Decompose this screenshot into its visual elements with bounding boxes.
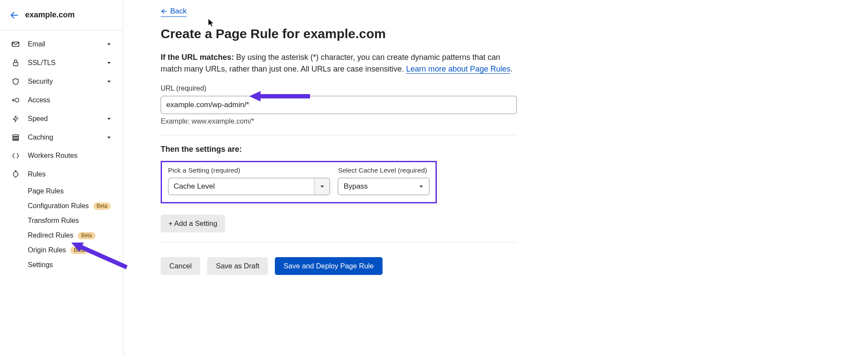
svg-marker-24 xyxy=(320,186,324,188)
sidebar-item-security[interactable]: Security xyxy=(0,72,123,91)
mail-icon xyxy=(11,40,20,49)
svg-marker-19 xyxy=(107,137,111,139)
cache-level-select[interactable]: Bypass xyxy=(338,178,429,195)
sidebar-item-email[interactable]: Email xyxy=(0,35,123,54)
action-bar: Cancel Save as Draft Save and Deploy Pag… xyxy=(161,257,517,275)
sidebar-item-workers[interactable]: Workers Routes xyxy=(0,147,123,165)
shield-icon xyxy=(11,77,20,86)
svg-rect-16 xyxy=(13,135,19,137)
sidebar-item-label: Caching xyxy=(28,134,53,141)
svg-marker-10 xyxy=(107,62,111,64)
svg-marker-15 xyxy=(107,118,111,120)
lock-icon xyxy=(11,59,20,67)
chevron-down-icon xyxy=(106,79,112,84)
chevron-down-icon xyxy=(106,135,112,140)
subnav-redirect-rules[interactable]: Redirect Rules Beta xyxy=(28,228,123,243)
setting-row-highlight: Pick a Setting (required) Cache Level Se… xyxy=(161,161,437,203)
sidebar-item-speed[interactable]: Speed xyxy=(0,109,123,128)
chevron-down-icon xyxy=(413,184,429,189)
svg-marker-14 xyxy=(13,116,18,121)
divider xyxy=(161,242,517,242)
svg-marker-26 xyxy=(208,19,213,26)
chevron-down-icon xyxy=(106,60,112,65)
sidebar-nav: DNS Email SSL/TLS xyxy=(0,30,123,272)
svg-marker-11 xyxy=(107,81,111,83)
beta-badge: Beta xyxy=(70,247,88,254)
subnav-config-rules[interactable]: Configuration Rules Beta xyxy=(28,199,123,213)
rules-icon xyxy=(11,170,20,179)
workers-icon xyxy=(11,152,20,160)
mouse-cursor-icon xyxy=(208,19,215,27)
sidebar-header: example.com xyxy=(0,0,123,30)
sidebar-item-label: Rules xyxy=(28,170,46,178)
svg-rect-17 xyxy=(13,137,19,139)
chevron-down-icon xyxy=(106,42,112,47)
stack-icon xyxy=(11,134,20,141)
sidebar-item-caching[interactable]: Caching xyxy=(0,128,123,147)
divider xyxy=(161,135,517,135)
bolt-icon xyxy=(11,114,20,123)
svg-marker-25 xyxy=(419,186,423,188)
sidebar-item-label: Speed xyxy=(28,115,48,123)
subnav-origin-rules[interactable]: Origin Rules Beta xyxy=(28,243,123,258)
chevron-down-icon xyxy=(106,116,112,121)
sidebar-item-label: Access xyxy=(28,96,50,104)
sidebar-item-label: Workers Routes xyxy=(28,152,77,160)
sidebar: example.com DNS Email xyxy=(0,0,123,356)
subnav-settings[interactable]: Settings xyxy=(28,258,123,272)
svg-rect-18 xyxy=(13,140,19,140)
pick-setting-label: Pick a Setting (required) xyxy=(168,167,330,174)
beta-badge: Beta xyxy=(78,232,96,239)
subnav-page-rules[interactable]: Page Rules xyxy=(28,184,123,199)
pick-setting-select[interactable]: Cache Level xyxy=(168,178,330,195)
sidebar-item-access[interactable]: Access xyxy=(0,91,123,109)
settings-heading: Then the settings are: xyxy=(161,145,517,154)
main-content: Back Create a Page Rule for example.com … xyxy=(123,0,868,356)
add-setting-button[interactable]: + Add a Setting xyxy=(161,215,225,232)
svg-marker-20 xyxy=(13,171,18,177)
svg-point-12 xyxy=(15,98,19,102)
sidebar-item-label: Email xyxy=(28,40,45,48)
grid-icon xyxy=(11,30,19,31)
learn-more-link[interactable]: Learn more about Page Rules xyxy=(406,65,510,74)
url-input[interactable] xyxy=(161,96,517,114)
back-arrow-icon[interactable] xyxy=(10,10,19,20)
access-icon xyxy=(11,96,20,104)
chevron-down-icon xyxy=(314,178,330,195)
cancel-button[interactable]: Cancel xyxy=(161,257,200,275)
sidebar-item-rules[interactable]: Rules xyxy=(0,165,123,184)
svg-marker-8 xyxy=(107,43,111,46)
rules-subnav: Page Rules Configuration Rules Beta Tran… xyxy=(0,184,123,272)
back-link[interactable]: Back xyxy=(161,7,187,17)
svg-rect-9 xyxy=(13,62,18,66)
save-deploy-button[interactable]: Save and Deploy Page Rule xyxy=(275,257,382,275)
save-draft-button[interactable]: Save as Draft xyxy=(207,257,268,275)
cache-level-label: Select Cache Level (required) xyxy=(338,167,429,174)
sidebar-item-label: SSL/TLS xyxy=(28,59,56,67)
beta-badge: Beta xyxy=(93,202,111,210)
sidebar-domain: example.com xyxy=(25,10,75,20)
url-field-label: URL (required) xyxy=(161,85,517,92)
sidebar-item-label: Security xyxy=(28,78,53,85)
url-match-description: If the URL matches: By using the asteris… xyxy=(161,52,517,75)
page-title: Create a Page Rule for example.com xyxy=(161,26,868,41)
sidebar-item-ssl[interactable]: SSL/TLS xyxy=(0,54,123,72)
url-hint: Example: www.example.com/* xyxy=(161,118,517,125)
subnav-transform-rules[interactable]: Transform Rules xyxy=(28,213,123,228)
